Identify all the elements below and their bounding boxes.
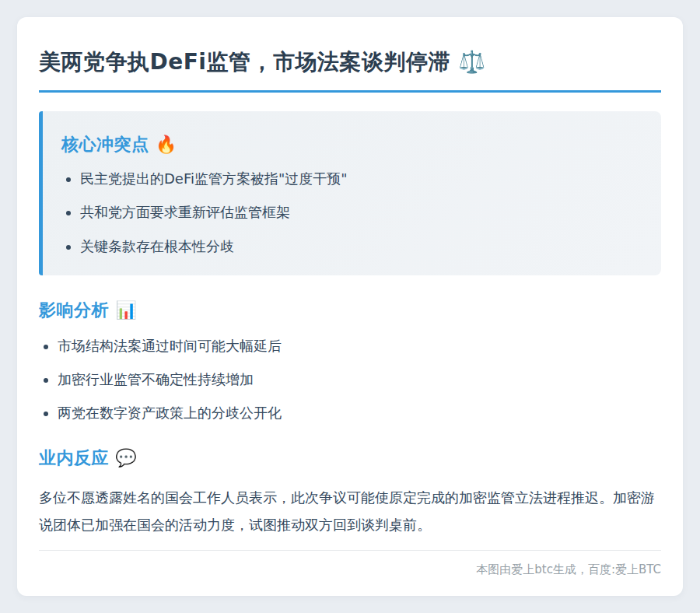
core-conflict-list: 民主党提出的DeFi监管方案被指"过度干预" 共和党方面要求重新评估监管框架 关…	[61, 169, 642, 256]
list-item: 两党在数字资产政策上的分歧公开化	[58, 403, 661, 423]
impact-list: 市场结构法案通过时间可能大幅延后 加密行业监管不确定性持续增加 两党在数字资产政…	[39, 336, 661, 423]
impact-heading-text: 影响分析	[39, 300, 109, 320]
page-title-text: 美两党争执DeFi监管，市场法案谈判停滞	[39, 49, 450, 75]
industry-section: 业内反应 💬 多位不愿透露姓名的国会工作人员表示，此次争议可能使原定完成的加密监…	[39, 447, 661, 538]
page-title: 美两党争执DeFi监管，市场法案谈判停滞 ⚖️	[39, 48, 661, 93]
bar-chart-icon: 📊	[115, 300, 137, 320]
list-item: 市场结构法案通过时间可能大幅延后	[58, 336, 661, 356]
core-conflict-heading: 核心冲突点 🔥	[61, 133, 642, 156]
fire-icon: 🔥	[156, 135, 177, 154]
industry-heading-text: 业内反应	[39, 448, 109, 468]
core-conflict-heading-text: 核心冲突点	[61, 135, 149, 154]
speech-balloon-icon: 💬	[115, 448, 137, 468]
core-conflict-box: 核心冲突点 🔥 民主党提出的DeFi监管方案被指"过度干预" 共和党方面要求重新…	[39, 111, 661, 275]
industry-paragraph: 多位不愿透露姓名的国会工作人员表示，此次争议可能使原定完成的加密监管立法进程推迟…	[39, 484, 661, 538]
impact-section: 影响分析 📊 市场结构法案通过时间可能大幅延后 加密行业监管不确定性持续增加 两…	[39, 299, 661, 423]
industry-heading: 业内反应 💬	[39, 447, 661, 470]
footer-credit: 本图由爱上btc生成，百度:爱上BTC	[39, 550, 661, 577]
impact-heading: 影响分析 📊	[39, 299, 661, 322]
scales-icon: ⚖️	[458, 49, 485, 75]
list-item: 共和党方面要求重新评估监管框架	[80, 202, 642, 222]
news-card: 美两党争执DeFi监管，市场法案谈判停滞 ⚖️ 核心冲突点 🔥 民主党提出的De…	[17, 17, 683, 596]
list-item: 关键条款存在根本性分歧	[80, 236, 642, 257]
list-item: 加密行业监管不确定性持续增加	[58, 370, 661, 390]
list-item: 民主党提出的DeFi监管方案被指"过度干预"	[80, 169, 642, 189]
page-background: { "header": { "title": "美两党争执DeFi监管，市场法案…	[0, 0, 700, 613]
